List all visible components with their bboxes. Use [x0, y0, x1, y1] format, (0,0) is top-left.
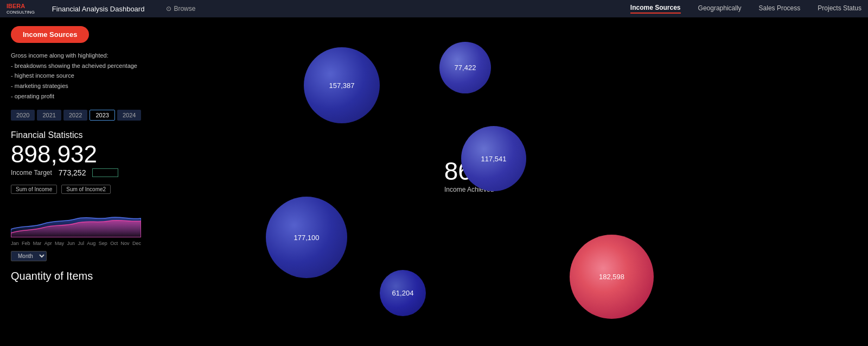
legend-sum-income2: Sum of Income2 [61, 185, 111, 194]
month-aug: Aug [87, 241, 95, 246]
desc-line1: Gross income along with highlighted: [11, 51, 157, 61]
bubble-117541[interactable]: 117,541 [461, 126, 526, 191]
nav-geographically[interactable]: Geographically [698, 4, 742, 13]
main-content: Income Sources Gross income along with h… [0, 17, 868, 346]
desc-line5: - operating profit [11, 91, 157, 102]
nav-sales-process[interactable]: Sales Process [759, 4, 801, 13]
dashboard-title: Financial Analysis Dashboard [52, 5, 145, 13]
browse-label: Browse [174, 5, 195, 12]
month-mar: Mar [33, 241, 42, 246]
bubble-61204[interactable]: 61,204 [380, 270, 426, 316]
financial-number: 898,932 [11, 142, 157, 166]
bubble-area: 86% Income Achieved 157,387 177,100 77,4… [168, 17, 868, 346]
bubble-value: 117,541 [481, 155, 507, 163]
browse-button[interactable]: ⊙ Browse [166, 5, 195, 12]
month-oct: Oct [110, 241, 118, 246]
month-may: May [55, 241, 64, 246]
bubble-value: 77,422 [455, 64, 476, 72]
month-dropdown[interactable]: Month [11, 251, 47, 261]
left-panel: Income Sources Gross income along with h… [0, 17, 168, 346]
compass-icon: ⊙ [166, 5, 171, 12]
nav-projects-status[interactable]: Projects Status [818, 4, 861, 13]
logo-consulting: CONSULTING [7, 10, 35, 15]
logo-ibera: IBERA [7, 3, 35, 9]
month-jun: Jun [67, 241, 75, 246]
year-2022[interactable]: 2022 [63, 110, 87, 121]
year-tabs: 2020 2021 2022 2023 2024 [11, 110, 157, 121]
year-2024[interactable]: 2024 [117, 110, 141, 121]
bubble-value: 177,100 [294, 234, 320, 242]
year-2020[interactable]: 2020 [11, 110, 35, 121]
bubble-value: 61,204 [392, 289, 414, 297]
month-jan: Jan [11, 241, 19, 246]
main-nav: Income Sources Geographically Sales Proc… [630, 4, 861, 14]
financial-title: Financial Statistics [11, 130, 157, 140]
year-2023[interactable]: 2023 [90, 110, 114, 121]
quantity-title: Quantity of Items [11, 270, 157, 282]
desc-line2: - breakdowns showing the acheived percen… [11, 61, 157, 71]
legend-row: Sum of Income Sum of Income2 [11, 185, 157, 194]
legend-sum-income: Sum of Income [11, 185, 57, 194]
desc-line4: - marketing strategies [11, 81, 157, 91]
bubble-157387[interactable]: 157,387 [304, 47, 380, 123]
month-feb: Feb [22, 241, 30, 246]
logo: IBERA CONSULTING [7, 3, 35, 14]
nav-income-sources[interactable]: Income Sources [630, 4, 681, 14]
month-nov: Nov [121, 241, 130, 246]
desc-line3: - highest income source [11, 71, 157, 81]
bubble-value: 157,387 [329, 81, 355, 90]
income-sources-button[interactable]: Income Sources [11, 26, 89, 43]
header: IBERA CONSULTING Financial Analysis Dash… [0, 0, 868, 17]
bubble-value: 182,598 [599, 273, 624, 281]
bubble-177100[interactable]: 177,100 [266, 197, 347, 278]
income-target-row: Income Target 773,252 [11, 168, 157, 177]
bubble-182598[interactable]: 182,598 [570, 235, 654, 319]
month-dec: Dec [132, 241, 141, 246]
income-target-value: 773,252 [59, 168, 86, 177]
year-2021[interactable]: 2021 [37, 110, 61, 121]
bubble-77422[interactable]: 77,422 [439, 42, 491, 93]
mini-chart [11, 199, 141, 237]
income-target-label: Income Target [11, 169, 52, 177]
chart-months: Jan Feb Mar Apr May Jun Jul Aug Sep Oct … [11, 241, 141, 246]
description-block: Gross income along with highlighted: - b… [11, 51, 157, 101]
month-apr: Apr [44, 241, 52, 246]
month-jul: Jul [78, 241, 84, 246]
target-bar [92, 168, 118, 177]
month-sep: Sep [99, 241, 107, 246]
